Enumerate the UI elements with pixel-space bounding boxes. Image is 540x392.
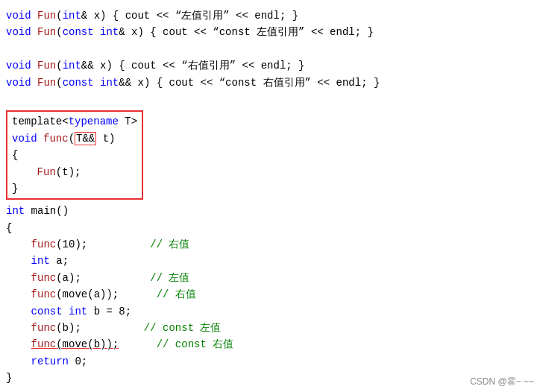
tand-highlight: T&& (75, 132, 96, 145)
empty-line-2 (6, 91, 534, 107)
main-line-6: func(move(a)); // 右值 (6, 286, 534, 303)
main-line-8: func(b); // const 左值 (6, 320, 534, 336)
code-line-2: void Fun(const int& x) { cout << “const … (6, 24, 534, 40)
template-line-3: { (12, 147, 137, 163)
main-line-5: func(a); // 左值 (6, 270, 534, 286)
main-line-3: func(10); // 右值 (6, 236, 534, 253)
fn-fun-1: Fun (37, 10, 56, 22)
kw-void-1: void (6, 10, 37, 22)
template-line-1: template<typename T> (12, 113, 137, 130)
template-line-2: void func(T&& t) (12, 130, 137, 147)
func-move-b: func (31, 338, 57, 350)
main-line-7: const int b = 8; (6, 303, 534, 320)
code-line-4: void Fun(int&& x) { cout << “右值引用” << en… (6, 57, 534, 74)
empty-line-1 (6, 41, 534, 57)
code-line-1: void Fun(int& x) { cout << “左值引用” << end… (6, 7, 534, 24)
main-line-10: return 0; (6, 353, 534, 370)
main-line-1: int main() (6, 203, 534, 219)
template-line-5: } (12, 180, 137, 197)
code-editor: void Fun(int& x) { cout << “左值引用” << end… (0, 0, 540, 392)
template-line-4: Fun(t); (12, 164, 137, 180)
main-line-4: int a; (6, 253, 534, 269)
code-line-5: void Fun(const int&& x) { cout << “const… (6, 75, 534, 91)
watermark: CSDN @霍~ ~~ (470, 375, 534, 389)
main-line-9: func(move(b)); // const 右值 (6, 336, 534, 353)
main-line-2: { (6, 220, 534, 236)
template-block: template<typename T> void func(T&& t) { … (6, 110, 143, 200)
main-line-11: } (6, 370, 534, 386)
